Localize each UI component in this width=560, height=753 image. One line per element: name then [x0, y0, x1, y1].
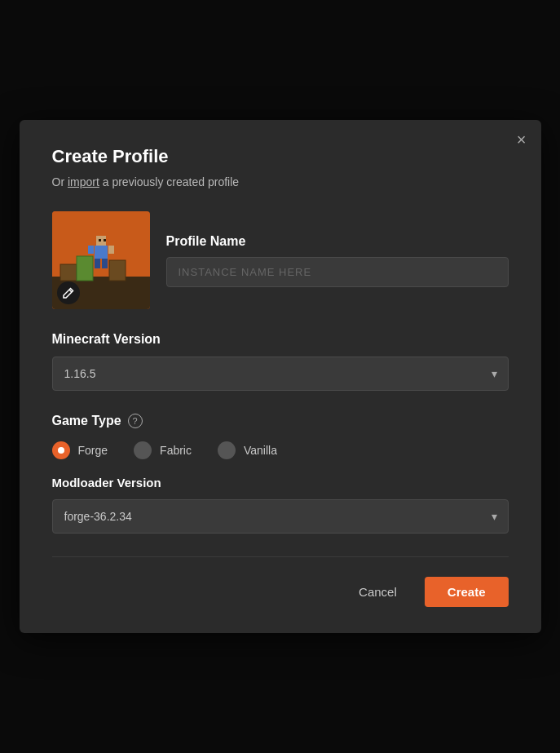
radio-label-forge: Forge: [78, 444, 108, 457]
minecraft-version-select[interactable]: 1.16.5 1.17.1 1.18.2 1.19.4 1.20.1: [52, 357, 509, 391]
radio-circle-vanilla: [218, 441, 236, 459]
cancel-button[interactable]: Cancel: [344, 577, 412, 607]
radio-option-vanilla[interactable]: Vanilla: [218, 441, 277, 459]
svg-rect-5: [95, 246, 108, 259]
subtitle-suffix: a previously created profile: [99, 175, 239, 188]
pencil-icon: [63, 287, 74, 299]
modloader-version-dropdown-wrapper: forge-36.2.34 forge-36.2.33 forge-36.2.3…: [52, 499, 509, 534]
minecraft-version-label: Minecraft Version: [52, 332, 509, 347]
close-button[interactable]: ×: [517, 131, 527, 148]
game-type-help-icon[interactable]: ?: [128, 414, 143, 428]
game-type-label: Game Type: [52, 414, 121, 428]
profile-name-input[interactable]: [166, 257, 509, 287]
game-type-radio-group: Forge Fabric Vanilla: [52, 441, 509, 459]
create-button[interactable]: Create: [425, 577, 509, 607]
modal-overlay: × Create Profile Or import a previously …: [0, 0, 560, 753]
modal-subtitle: Or import a previously created profile: [52, 175, 509, 188]
radio-label-fabric: Fabric: [160, 444, 192, 457]
modloader-version-select[interactable]: forge-36.2.34 forge-36.2.33 forge-36.2.3…: [52, 499, 509, 534]
game-type-header: Game Type ?: [52, 414, 509, 428]
radio-label-vanilla: Vanilla: [244, 444, 277, 457]
profile-image-container[interactable]: [52, 211, 150, 309]
svg-rect-12: [104, 239, 106, 241]
create-profile-modal: × Create Profile Or import a previously …: [20, 120, 541, 633]
profile-row: Profile Name: [52, 211, 509, 309]
svg-rect-4: [109, 260, 126, 281]
svg-rect-2: [60, 264, 77, 281]
import-link[interactable]: import: [68, 175, 99, 188]
svg-rect-9: [88, 246, 94, 254]
svg-rect-11: [99, 239, 101, 241]
profile-name-area: Profile Name: [166, 234, 509, 287]
modloader-version-label: Modloader Version: [52, 476, 509, 489]
divider: [52, 556, 509, 557]
footer-actions: Cancel Create: [52, 577, 509, 607]
profile-name-label: Profile Name: [166, 234, 509, 249]
svg-rect-8: [102, 259, 108, 268]
svg-rect-7: [95, 259, 100, 268]
game-type-section: Game Type ? Forge Fabric Vanilla: [52, 414, 509, 534]
subtitle-text: Or: [52, 175, 68, 188]
radio-circle-fabric: [134, 441, 152, 459]
radio-option-fabric[interactable]: Fabric: [134, 441, 192, 459]
edit-image-button[interactable]: [57, 281, 80, 304]
svg-rect-10: [108, 246, 114, 254]
modal-title: Create Profile: [52, 146, 509, 167]
radio-option-forge[interactable]: Forge: [52, 441, 108, 459]
radio-circle-forge: [52, 441, 70, 459]
minecraft-version-dropdown-wrapper: 1.16.5 1.17.1 1.18.2 1.19.4 1.20.1 ▾: [52, 357, 509, 391]
svg-rect-3: [77, 256, 93, 281]
